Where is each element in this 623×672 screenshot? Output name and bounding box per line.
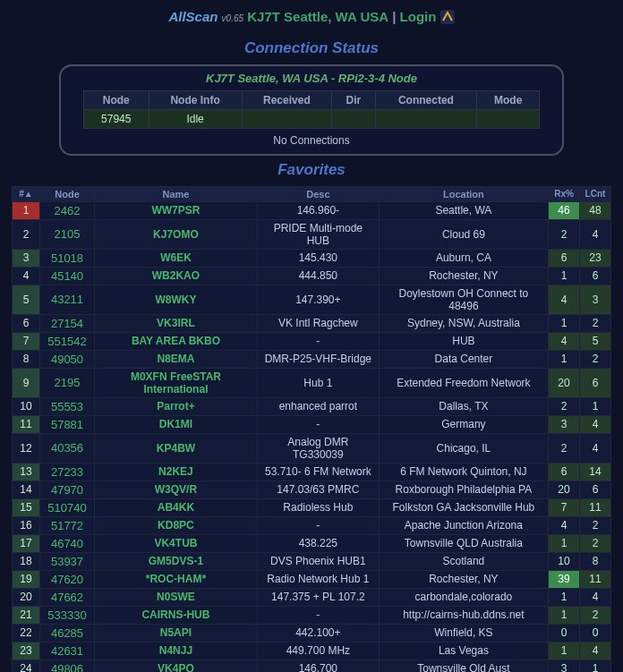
th-fname[interactable]: Name — [95, 186, 258, 201]
row-name[interactable]: Parrot+ — [95, 397, 258, 415]
row-location: Apache Junction Arizona — [379, 516, 548, 534]
row-name[interactable]: *ROC-HAM* — [95, 570, 258, 588]
row-name[interactable]: KP4BW — [95, 433, 258, 463]
row-name[interactable]: KJ7OMO — [95, 219, 258, 249]
row-name[interactable]: BAY AREA BKBO — [95, 332, 258, 350]
login-link[interactable]: Login — [400, 9, 437, 24]
row-node: 55553 — [40, 397, 95, 415]
table-row[interactable]: 1447970W3QV/R147.03/63 PMRCRoxborough Ph… — [13, 481, 611, 498]
row-name[interactable]: GM5DVS-1 — [95, 552, 258, 570]
table-row[interactable]: 849050N8EMADMR-P25-VHF-BridgeData Center… — [13, 350, 611, 368]
table-row[interactable]: 21533330CAIRNS-HUB-http://cairns-hub.ddn… — [13, 606, 611, 624]
row-location: Cloud 69 — [379, 219, 548, 249]
row-location: Seattle, WA — [379, 201, 548, 219]
row-index: 9 — [13, 368, 40, 397]
row-node: 42631 — [40, 642, 95, 659]
row-name[interactable]: W8WKY — [95, 285, 258, 314]
row-location: Winfield, KS — [379, 624, 548, 642]
row-location: Germany — [379, 415, 548, 433]
row-index: 21 — [13, 606, 40, 624]
table-row[interactable]: 351018W6EK145.430Auburn, CA623 — [13, 249, 611, 267]
row-index: 20 — [13, 588, 40, 606]
th-index[interactable]: #▲ — [13, 186, 40, 201]
favorites-heading: Favorites — [0, 161, 623, 179]
th-conn[interactable]: Connected — [375, 90, 477, 109]
table-row[interactable]: 627154VK3IRLVK Intl RagchewSydney, NSW, … — [13, 314, 611, 332]
table-row[interactable]: 1746740VK4TUB438.225Townsville QLD Austr… — [13, 534, 611, 552]
row-node: 49806 — [40, 659, 95, 672]
row-name[interactable]: VK4TUB — [95, 534, 258, 552]
table-row[interactable]: 1651772KD8PC-Apache Junction Arizona42 — [13, 516, 611, 534]
table-row[interactable]: 445140WB2KAO444.850Rochester, NY16 — [13, 267, 611, 285]
row-node: 2462 — [40, 201, 95, 219]
row-lcnt: 2 — [580, 350, 611, 368]
table-row[interactable]: 92195M0XFN FreeSTAR InternationalHub 1Ex… — [13, 368, 611, 397]
location-link[interactable]: KJ7T Seattle, WA USA — [247, 9, 388, 24]
table-row[interactable]: 1947620*ROC-HAM*Radio Network Hub 1Roche… — [13, 570, 611, 588]
table-row[interactable]: 1055553Parrot+enhanced parrotDallas, TX2… — [13, 397, 611, 415]
row-rx: 1 — [549, 350, 580, 368]
th-mode[interactable]: Mode — [477, 90, 540, 109]
th-fnode[interactable]: Node — [40, 186, 95, 201]
th-dir[interactable]: Dir — [332, 90, 375, 109]
row-name[interactable]: WB2KAO — [95, 267, 258, 285]
row-desc: 438.225 — [257, 534, 379, 552]
row-node: 57881 — [40, 415, 95, 433]
row-name[interactable]: DK1MI — [95, 415, 258, 433]
th-recv[interactable]: Received — [242, 90, 331, 109]
row-location: Folkston GA Jacksonville Hub — [379, 498, 548, 516]
table-row[interactable]: 1240356KP4BWAnalog DMR TG330039Chicago, … — [13, 433, 611, 463]
table-row[interactable]: 2342631N4NJJ449.700 MHzLas Vegas14 — [13, 642, 611, 659]
row-name[interactable]: WW7PSR — [95, 201, 258, 219]
row-name[interactable]: M0XFN FreeSTAR International — [95, 368, 258, 397]
row-name[interactable]: VK4PQ — [95, 659, 258, 672]
row-name[interactable]: N0SWE — [95, 588, 258, 606]
table-row[interactable]: 2246285N5API442.100+Winfield, KS00 — [13, 624, 611, 642]
row-rx: 20 — [549, 481, 580, 498]
row-name[interactable]: N5API — [95, 624, 258, 642]
row-rx: 20 — [549, 368, 580, 397]
table-row[interactable]: 1157881DK1MI-Germany34 — [13, 415, 611, 433]
row-rx: 2 — [549, 433, 580, 463]
row-desc: Analog DMR TG330039 — [257, 433, 379, 463]
th-fdesc[interactable]: Desc — [257, 186, 379, 201]
table-row[interactable]: 2047662N0SWE147.375 + PL 107.2carbondale… — [13, 588, 611, 606]
row-name[interactable]: W3QV/R — [95, 481, 258, 498]
row-lcnt: 2 — [580, 534, 611, 552]
row-location: 6 FM Network Quinton, NJ — [379, 463, 548, 481]
table-row[interactable]: 2449806VK4PQ146.700Townsville Qld Aust31 — [13, 659, 611, 672]
table-row[interactable]: 1853937GM5DVS-1DVS Phoenix HUB1Scotland1… — [13, 552, 611, 570]
row-desc: - — [257, 415, 379, 433]
row-name[interactable]: CAIRNS-HUB — [95, 606, 258, 624]
table-row[interactable]: 7551542BAY AREA BKBO-HUB45 — [13, 332, 611, 350]
th-floc[interactable]: Location — [379, 186, 548, 201]
row-desc: DMR-P25-VHF-Bridge — [257, 350, 379, 368]
th-node[interactable]: Node — [84, 90, 149, 109]
row-name[interactable]: VK3IRL — [95, 314, 258, 332]
th-flcnt[interactable]: LCnt — [580, 186, 611, 201]
table-row[interactable]: 15510740AB4KKRadioless HubFolkston GA Ja… — [13, 498, 611, 516]
row-name[interactable]: W6EK — [95, 249, 258, 267]
status-dir — [332, 109, 375, 128]
row-name[interactable]: N8EMA — [95, 350, 258, 368]
table-row[interactable]: 22105KJ7OMOPRIDE Multi-mode HUBCloud 692… — [13, 219, 611, 249]
row-name[interactable]: N4NJJ — [95, 642, 258, 659]
status-row[interactable]: 57945 Idle — [84, 109, 540, 128]
row-rx: 3 — [549, 659, 580, 672]
th-info[interactable]: Node Info — [149, 90, 242, 109]
row-desc: 442.100+ — [257, 624, 379, 642]
row-lcnt: 0 — [580, 624, 611, 642]
table-row[interactable]: 1327233N2KEJ53.710- 6 FM Network6 FM Net… — [13, 463, 611, 481]
row-node: 2105 — [40, 219, 95, 249]
table-row[interactable]: 543211W8WKY147.390+Doylestown OH Connect… — [13, 285, 611, 314]
row-name[interactable]: KD8PC — [95, 516, 258, 534]
th-frx[interactable]: Rx% — [549, 186, 580, 201]
logo-icon — [440, 10, 455, 27]
table-row[interactable]: 12462WW7PSR146.960-Seattle, WA4648 — [13, 201, 611, 219]
row-name[interactable]: N2KEJ — [95, 463, 258, 481]
row-node: 47620 — [40, 570, 95, 588]
row-location: http://cairns-hub.ddns.net — [379, 606, 548, 624]
row-name[interactable]: AB4KK — [95, 498, 258, 516]
favorites-table: #▲ Node Name Desc Location Rx% LCnt 1246… — [12, 186, 611, 672]
brand-link[interactable]: AllScan — [168, 9, 218, 24]
